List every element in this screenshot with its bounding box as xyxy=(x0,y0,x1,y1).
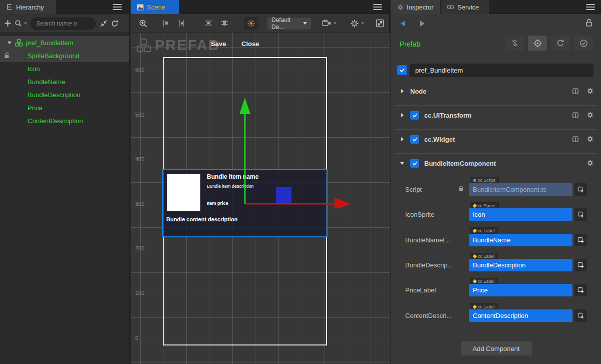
search-input[interactable]: Search name o xyxy=(31,18,96,30)
unlock-icon[interactable] xyxy=(4,52,11,59)
section-uitransform[interactable]: cc.UITransform xyxy=(391,109,601,123)
align-center-h-icon[interactable] xyxy=(177,19,186,28)
gear-icon[interactable] xyxy=(586,159,594,167)
type-chip-label: cc.Label xyxy=(478,279,495,284)
save-button[interactable]: Save xyxy=(211,40,226,48)
docs-icon[interactable] xyxy=(572,87,579,95)
field-label: Script xyxy=(405,186,464,193)
node-name-input[interactable]: pref_BundleItem xyxy=(410,64,593,77)
tab-scene[interactable]: Scene xyxy=(131,0,179,14)
expand-arrow-icon[interactable] xyxy=(401,89,404,93)
tree-row-child[interactable]: Icon xyxy=(0,62,129,75)
asset-picker-icon[interactable] xyxy=(574,259,587,271)
tree-row-child[interactable]: BundleDescription xyxy=(0,88,129,101)
section-node[interactable]: Node xyxy=(391,85,601,99)
ruler-label: 300 xyxy=(135,201,144,207)
prefab-locate-button[interactable] xyxy=(528,36,547,51)
align-left-icon[interactable] xyxy=(162,19,170,28)
refresh-icon[interactable] xyxy=(111,20,119,28)
scene-settings-gear-icon[interactable] xyxy=(350,19,365,28)
prefab-apply-button[interactable] xyxy=(574,36,593,51)
scene-toolbar: Default De... xyxy=(131,15,389,33)
view-mode-dropdown[interactable]: Default De... xyxy=(267,18,311,30)
sprite-background-node[interactable]: Bundle item name Bundle item description… xyxy=(162,169,328,237)
inspector-gear-icon xyxy=(397,4,404,11)
field-label: IconSprite xyxy=(405,211,464,218)
asset-picker-icon[interactable] xyxy=(574,183,587,196)
expand-arrow-icon[interactable] xyxy=(401,113,404,117)
search-filter-icon[interactable] xyxy=(15,20,28,28)
tab-hierarchy-label: Hierarchy xyxy=(16,4,44,11)
tab-service-label: Service xyxy=(457,4,479,11)
prefab-unlink-button[interactable] xyxy=(505,36,524,51)
bundlename-value-field[interactable]: BundleName xyxy=(469,234,572,246)
scene-menu-icon[interactable] xyxy=(373,3,382,11)
prefab-mode-label: PREFAB xyxy=(155,37,220,54)
add-component-button[interactable]: Add Component xyxy=(461,341,532,355)
docs-icon[interactable] xyxy=(572,111,579,119)
field-label: BundleDescrip... xyxy=(405,261,464,269)
scene-viewport[interactable]: 600 500 400 300 200 100 0 PREFAB Save Cl… xyxy=(131,33,390,364)
gear-icon[interactable] xyxy=(586,87,594,95)
gear-icon[interactable] xyxy=(586,135,594,143)
asset-picker-icon[interactable] xyxy=(574,284,587,296)
tab-hierarchy[interactable]: Hierarchy xyxy=(0,0,56,14)
asset-picker-icon[interactable] xyxy=(574,309,587,322)
hierarchy-menu-icon[interactable] xyxy=(113,3,122,11)
inspector-menu-icon[interactable] xyxy=(586,3,595,11)
chevron-down-icon xyxy=(303,22,307,25)
component-enabled-checkbox[interactable] xyxy=(410,159,419,168)
bundledescription-value-field[interactable]: BundleDescription xyxy=(469,259,572,271)
tree-row-child[interactable]: ContentDescription xyxy=(0,114,129,127)
align-center-v-icon[interactable] xyxy=(220,19,229,28)
close-button[interactable]: Close xyxy=(241,40,259,48)
gizmo-x-axis-arrow xyxy=(335,198,351,208)
tree-node-label: pref_BundleItem xyxy=(26,39,73,47)
component-enabled-checkbox[interactable] xyxy=(410,111,419,120)
tree-row-child[interactable]: BundleName xyxy=(0,75,129,88)
collapse-all-icon[interactable] xyxy=(100,20,108,28)
prefab-mode-watermark: PREFAB xyxy=(136,37,220,54)
tree-row-child[interactable]: Price xyxy=(0,101,129,114)
docs-icon[interactable] xyxy=(572,135,579,143)
create-node-button[interactable] xyxy=(4,20,12,27)
section-widget[interactable]: cc.Widget xyxy=(391,133,601,147)
type-chip-label: cc.Sprite xyxy=(478,203,495,208)
type-chip-label: cc.Label xyxy=(478,304,495,309)
tree-row-child[interactable]: SpriteBackground xyxy=(0,49,129,62)
iconsprite-value-field[interactable]: Icon xyxy=(469,208,572,221)
gear-icon[interactable] xyxy=(586,111,594,119)
contentdescription-value-field[interactable]: ContentDescription xyxy=(469,309,572,322)
split-view-icon[interactable] xyxy=(376,19,384,28)
expand-arrow-icon[interactable] xyxy=(401,137,404,141)
lock-icon xyxy=(458,185,464,192)
section-bundleitemcomponent[interactable]: BundleItemComponent xyxy=(391,157,601,171)
collapse-arrow-icon[interactable] xyxy=(400,162,404,165)
tree-node-label: ContentDescription xyxy=(28,117,83,125)
type-chip-label: cc.Script xyxy=(478,178,495,183)
prefab-reset-button[interactable] xyxy=(551,36,570,51)
tree-node-label: SpriteBackground xyxy=(28,52,79,60)
component-enabled-checkbox[interactable] xyxy=(410,135,419,144)
gizmo-toggle-icon[interactable] xyxy=(244,17,258,30)
zoom-tool-icon[interactable] xyxy=(139,19,148,28)
asset-picker-icon[interactable] xyxy=(574,234,587,246)
tab-service[interactable]: Service xyxy=(441,0,489,14)
scene-icon xyxy=(137,4,144,11)
nav-forward-button[interactable] xyxy=(418,20,426,28)
type-diamond-icon xyxy=(473,204,477,208)
node-active-checkbox[interactable] xyxy=(397,65,407,75)
tree-node-label: BundleDescription xyxy=(28,91,81,99)
section-label: Node xyxy=(410,88,427,95)
tree-row-root[interactable]: pref_BundleItem xyxy=(0,36,129,49)
asset-picker-icon[interactable] xyxy=(574,208,587,221)
scene-tabbar: Scene xyxy=(131,0,389,14)
nav-back-button[interactable] xyxy=(399,20,407,28)
tab-inspector[interactable]: Inspector xyxy=(391,0,440,14)
ruler-label: 100 xyxy=(135,290,144,296)
inspector-lock-icon[interactable] xyxy=(585,19,593,27)
camera-dropdown-icon[interactable] xyxy=(322,20,337,27)
expand-arrow-icon[interactable] xyxy=(8,42,12,44)
align-top-icon[interactable] xyxy=(204,19,213,28)
pricelabel-value-field[interactable]: Price xyxy=(469,284,572,296)
